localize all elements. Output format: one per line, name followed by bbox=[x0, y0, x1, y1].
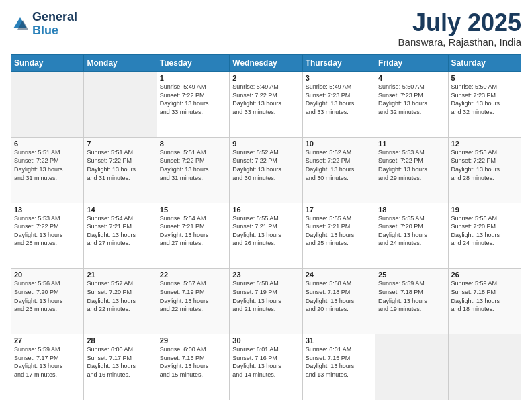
day-info: Sunrise: 6:01 AM Sunset: 7:15 PM Dayligh… bbox=[306, 345, 372, 379]
day-info: Sunrise: 5:55 AM Sunset: 7:20 PM Dayligh… bbox=[378, 214, 445, 248]
day-info: Sunrise: 5:56 AM Sunset: 7:20 PM Dayligh… bbox=[14, 279, 81, 313]
day-info: Sunrise: 5:56 AM Sunset: 7:20 PM Dayligh… bbox=[451, 214, 518, 248]
calendar-cell: 14Sunrise: 5:54 AM Sunset: 7:21 PM Dayli… bbox=[84, 203, 157, 269]
day-of-week-header: Sunday bbox=[11, 55, 84, 72]
day-info: Sunrise: 6:00 AM Sunset: 7:16 PM Dayligh… bbox=[160, 345, 226, 379]
calendar-cell: 10Sunrise: 5:52 AM Sunset: 7:22 PM Dayli… bbox=[302, 137, 375, 203]
calendar-cell: 26Sunrise: 5:59 AM Sunset: 7:18 PM Dayli… bbox=[448, 269, 521, 334]
calendar-cell: 8Sunrise: 5:51 AM Sunset: 7:22 PM Daylig… bbox=[157, 137, 229, 203]
calendar-cell: 11Sunrise: 5:53 AM Sunset: 7:22 PM Dayli… bbox=[375, 137, 448, 203]
calendar-cell: 13Sunrise: 5:53 AM Sunset: 7:22 PM Dayli… bbox=[11, 203, 84, 269]
day-number: 11 bbox=[378, 140, 445, 148]
calendar-cell: 27Sunrise: 5:59 AM Sunset: 7:17 PM Dayli… bbox=[11, 334, 84, 400]
subtitle: Banswara, Rajasthan, India bbox=[398, 36, 521, 48]
day-of-week-header: Thursday bbox=[302, 55, 375, 72]
calendar-cell: 7Sunrise: 5:51 AM Sunset: 7:22 PM Daylig… bbox=[84, 137, 157, 203]
day-info: Sunrise: 6:00 AM Sunset: 7:17 PM Dayligh… bbox=[87, 345, 153, 379]
calendar-cell: 1Sunrise: 5:49 AM Sunset: 7:22 PM Daylig… bbox=[157, 72, 229, 138]
day-number: 21 bbox=[87, 271, 153, 279]
day-number: 19 bbox=[451, 205, 518, 214]
calendar-cell: 25Sunrise: 5:59 AM Sunset: 7:18 PM Dayli… bbox=[375, 269, 448, 334]
day-number: 26 bbox=[451, 271, 518, 279]
day-info: Sunrise: 6:01 AM Sunset: 7:16 PM Dayligh… bbox=[232, 345, 299, 379]
calendar-cell: 22Sunrise: 5:57 AM Sunset: 7:19 PM Dayli… bbox=[157, 269, 229, 334]
calendar-cell: 15Sunrise: 5:54 AM Sunset: 7:21 PM Dayli… bbox=[157, 203, 229, 269]
calendar-week-row: 13Sunrise: 5:53 AM Sunset: 7:22 PM Dayli… bbox=[11, 203, 521, 269]
calendar-week-row: 27Sunrise: 5:59 AM Sunset: 7:17 PM Dayli… bbox=[11, 334, 521, 400]
calendar-cell: 16Sunrise: 5:55 AM Sunset: 7:21 PM Dayli… bbox=[230, 203, 302, 269]
logo-text: General Blue bbox=[32, 11, 77, 38]
day-of-week-header: Wednesday bbox=[230, 55, 302, 72]
day-info: Sunrise: 5:58 AM Sunset: 7:18 PM Dayligh… bbox=[306, 279, 372, 313]
day-info: Sunrise: 5:57 AM Sunset: 7:19 PM Dayligh… bbox=[160, 279, 226, 313]
day-info: Sunrise: 5:54 AM Sunset: 7:21 PM Dayligh… bbox=[87, 214, 153, 248]
day-number: 23 bbox=[232, 271, 299, 279]
calendar-cell: 31Sunrise: 6:01 AM Sunset: 7:15 PM Dayli… bbox=[302, 334, 375, 400]
day-info: Sunrise: 5:53 AM Sunset: 7:22 PM Dayligh… bbox=[14, 214, 81, 248]
day-info: Sunrise: 5:49 AM Sunset: 7:22 PM Dayligh… bbox=[160, 83, 226, 116]
day-info: Sunrise: 5:54 AM Sunset: 7:21 PM Dayligh… bbox=[160, 214, 226, 248]
day-number: 13 bbox=[14, 205, 81, 214]
calendar-cell: 4Sunrise: 5:50 AM Sunset: 7:23 PM Daylig… bbox=[375, 72, 448, 138]
day-number: 10 bbox=[306, 140, 372, 148]
logo-line2: Blue bbox=[32, 24, 58, 37]
day-info: Sunrise: 5:53 AM Sunset: 7:22 PM Dayligh… bbox=[378, 148, 445, 182]
day-info: Sunrise: 5:55 AM Sunset: 7:21 PM Dayligh… bbox=[232, 214, 299, 248]
calendar-cell: 20Sunrise: 5:56 AM Sunset: 7:20 PM Dayli… bbox=[11, 269, 84, 334]
day-info: Sunrise: 5:55 AM Sunset: 7:21 PM Dayligh… bbox=[306, 214, 372, 248]
calendar-cell: 30Sunrise: 6:01 AM Sunset: 7:16 PM Dayli… bbox=[230, 334, 302, 400]
calendar-cell: 29Sunrise: 6:00 AM Sunset: 7:16 PM Dayli… bbox=[157, 334, 229, 400]
day-of-week-header: Saturday bbox=[448, 55, 521, 72]
day-number: 18 bbox=[378, 205, 445, 214]
day-info: Sunrise: 5:49 AM Sunset: 7:23 PM Dayligh… bbox=[306, 83, 372, 116]
day-info: Sunrise: 5:51 AM Sunset: 7:22 PM Dayligh… bbox=[14, 148, 81, 182]
day-info: Sunrise: 5:53 AM Sunset: 7:22 PM Dayligh… bbox=[451, 148, 518, 182]
calendar-cell bbox=[375, 334, 448, 400]
day-number: 9 bbox=[232, 140, 299, 148]
calendar-cell: 5Sunrise: 5:50 AM Sunset: 7:23 PM Daylig… bbox=[448, 72, 521, 138]
day-number: 15 bbox=[160, 205, 226, 214]
day-number: 16 bbox=[232, 205, 299, 214]
day-number: 2 bbox=[232, 74, 299, 82]
calendar-header-row: SundayMondayTuesdayWednesdayThursdayFrid… bbox=[11, 55, 521, 72]
day-number: 28 bbox=[87, 336, 153, 345]
day-number: 25 bbox=[378, 271, 445, 279]
day-number: 1 bbox=[160, 74, 226, 82]
day-number: 7 bbox=[87, 140, 153, 148]
calendar-cell: 23Sunrise: 5:58 AM Sunset: 7:19 PM Dayli… bbox=[230, 269, 302, 334]
logo-line1: General bbox=[32, 11, 77, 24]
day-number: 30 bbox=[232, 336, 299, 345]
calendar-cell: 18Sunrise: 5:55 AM Sunset: 7:20 PM Dayli… bbox=[375, 203, 448, 269]
day-number: 8 bbox=[160, 140, 226, 148]
day-of-week-header: Tuesday bbox=[157, 55, 229, 72]
day-of-week-header: Friday bbox=[375, 55, 448, 72]
header: General Blue July 2025 Banswara, Rajasth… bbox=[11, 11, 521, 48]
day-info: Sunrise: 5:58 AM Sunset: 7:19 PM Dayligh… bbox=[232, 279, 299, 313]
day-number: 31 bbox=[306, 336, 372, 345]
day-number: 27 bbox=[14, 336, 81, 345]
calendar-cell bbox=[11, 72, 84, 138]
calendar-cell: 28Sunrise: 6:00 AM Sunset: 7:17 PM Dayli… bbox=[84, 334, 157, 400]
calendar-cell bbox=[84, 72, 157, 138]
calendar-week-row: 20Sunrise: 5:56 AM Sunset: 7:20 PM Dayli… bbox=[11, 269, 521, 334]
calendar-table: SundayMondayTuesdayWednesdayThursdayFrid… bbox=[11, 54, 521, 400]
day-number: 17 bbox=[306, 205, 372, 214]
calendar-cell: 9Sunrise: 5:52 AM Sunset: 7:22 PM Daylig… bbox=[230, 137, 302, 203]
day-info: Sunrise: 5:51 AM Sunset: 7:22 PM Dayligh… bbox=[160, 148, 226, 182]
day-info: Sunrise: 5:57 AM Sunset: 7:20 PM Dayligh… bbox=[87, 279, 153, 313]
day-info: Sunrise: 5:50 AM Sunset: 7:23 PM Dayligh… bbox=[451, 83, 518, 116]
day-number: 24 bbox=[306, 271, 372, 279]
calendar-cell bbox=[448, 334, 521, 400]
day-number: 4 bbox=[378, 74, 445, 82]
calendar-cell: 2Sunrise: 5:49 AM Sunset: 7:22 PM Daylig… bbox=[230, 72, 302, 138]
calendar-cell: 24Sunrise: 5:58 AM Sunset: 7:18 PM Dayli… bbox=[302, 269, 375, 334]
day-number: 29 bbox=[160, 336, 226, 345]
logo: General Blue bbox=[11, 11, 77, 38]
calendar-cell: 17Sunrise: 5:55 AM Sunset: 7:21 PM Dayli… bbox=[302, 203, 375, 269]
day-info: Sunrise: 5:52 AM Sunset: 7:22 PM Dayligh… bbox=[232, 148, 299, 182]
day-info: Sunrise: 5:52 AM Sunset: 7:22 PM Dayligh… bbox=[306, 148, 372, 182]
calendar-cell: 12Sunrise: 5:53 AM Sunset: 7:22 PM Dayli… bbox=[448, 137, 521, 203]
calendar-cell: 19Sunrise: 5:56 AM Sunset: 7:20 PM Dayli… bbox=[448, 203, 521, 269]
day-number: 6 bbox=[14, 140, 81, 148]
calendar-cell: 21Sunrise: 5:57 AM Sunset: 7:20 PM Dayli… bbox=[84, 269, 157, 334]
